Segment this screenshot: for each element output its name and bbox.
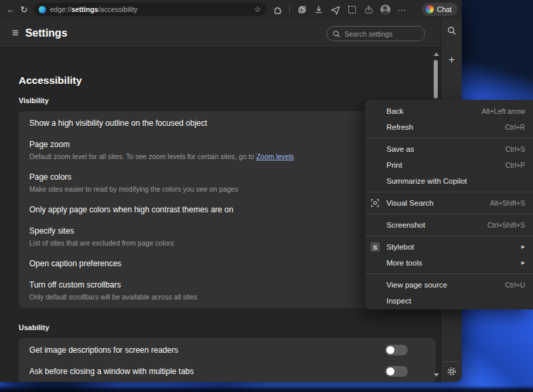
stylebot-extension-icon: S [370,242,386,252]
menu-item-stylebot[interactable]: S Stylebot ▶ [365,239,533,255]
page-zoom-subtitle: Default zoom level for all sites. To see… [29,152,257,160]
menu-item-back[interactable]: Back Alt+Left arrow [365,103,533,119]
collections-icon[interactable] [295,3,308,16]
address-bar[interactable]: edge://settings/accessibility ☆ [33,3,266,16]
toggle-knob [386,346,394,354]
menu-item-inspect[interactable]: Inspect [365,293,533,309]
share-icon[interactable] [362,3,375,16]
sidebar-search-icon[interactable] [444,23,460,39]
sidebar-settings-gear-icon[interactable] [444,363,460,379]
url-prefix: edge:// [50,5,71,13]
settings-search-input[interactable] [344,30,419,38]
sidebar-add-icon[interactable]: + [444,52,460,68]
copilot-icon [426,5,434,13]
usability-heading: Usability [19,323,440,332]
copilot-chat-button[interactable]: Chat [422,3,458,16]
menu-item-refresh[interactable]: Refresh Ctrl+R [365,119,533,135]
edge-favicon-icon [39,6,46,13]
submenu-arrow-icon: ▶ [522,260,525,266]
menu-item-screenshot[interactable]: Screenshot Ctrl+Shift+S [365,217,533,233]
toggle-ask-before-closing[interactable] [385,366,408,377]
chat-label: Chat [437,5,452,13]
profile-avatar[interactable] [378,3,392,16]
usability-card: Get image descriptions for screen reader… [19,338,436,382]
scrollbar-thumb[interactable] [434,60,438,98]
row-image-descriptions[interactable]: Get image descriptions for screen reader… [19,339,436,361]
menu-item-save-as[interactable]: Save as Ctrl+S [365,141,533,157]
menu-item-more-tools[interactable]: More tools ▶ [365,255,533,271]
scrollbar-up-arrow-icon[interactable] [434,53,439,56]
menu-item-visual-search[interactable]: Visual Search Alt+Shift+S [365,195,533,211]
scrollbar-down-arrow-icon[interactable] [434,373,439,377]
menu-separator [365,274,533,274]
settings-header: ≡ Settings [0,19,440,48]
menu-separator [365,192,533,192]
row-ask-before-closing[interactable]: Ask before closing a window with multipl… [19,361,436,382]
settings-menu-icon[interactable]: ≡ [12,27,19,40]
send-to-devices-icon[interactable] [328,3,342,16]
submenu-arrow-icon: ▶ [522,244,525,250]
back-icon[interactable]: ← [4,3,17,16]
menu-item-view-page-source[interactable]: View page source Ctrl+U [365,277,533,293]
menu-separator [365,236,533,236]
desktop: ← ↻ edge://settings/accessibility ☆ [0,0,533,392]
context-menu: Back Alt+Left arrow Refresh Ctrl+R Save … [365,100,533,309]
menu-separator [365,138,533,138]
url-host: settings [71,5,98,13]
page-title: Accessibility [19,74,440,87]
favorite-star-icon[interactable]: ☆ [254,5,261,14]
browser-toolbar: ← ↻ edge://settings/accessibility ☆ [0,0,462,19]
downloads-icon[interactable] [312,3,325,16]
more-menu-icon[interactable]: ··· [395,3,408,16]
web-capture-icon[interactable] [345,3,358,16]
toolbar-actions: ··· [270,3,408,16]
menu-item-print[interactable]: Print Ctrl+P [365,157,533,173]
zoom-levels-link[interactable]: Zoom levels [257,152,294,160]
avatar-icon [380,5,390,15]
sidebar-divider [444,361,459,362]
menu-item-summarize-copilot[interactable]: Summarize with Copilot [365,173,533,189]
refresh-icon[interactable]: ↻ [17,3,31,16]
toggle-knob [386,367,394,375]
toolbar-divider [289,5,290,14]
toggle-image-descriptions[interactable] [385,345,408,355]
menu-separator [365,214,533,214]
search-icon [332,30,340,38]
settings-searchbox[interactable] [326,26,425,41]
settings-title: Settings [25,27,67,39]
url-text[interactable]: edge://settings/accessibility [50,5,250,13]
extensions-icon[interactable] [270,3,284,16]
visual-search-icon [370,198,386,208]
url-path: /accessibility [98,5,137,13]
